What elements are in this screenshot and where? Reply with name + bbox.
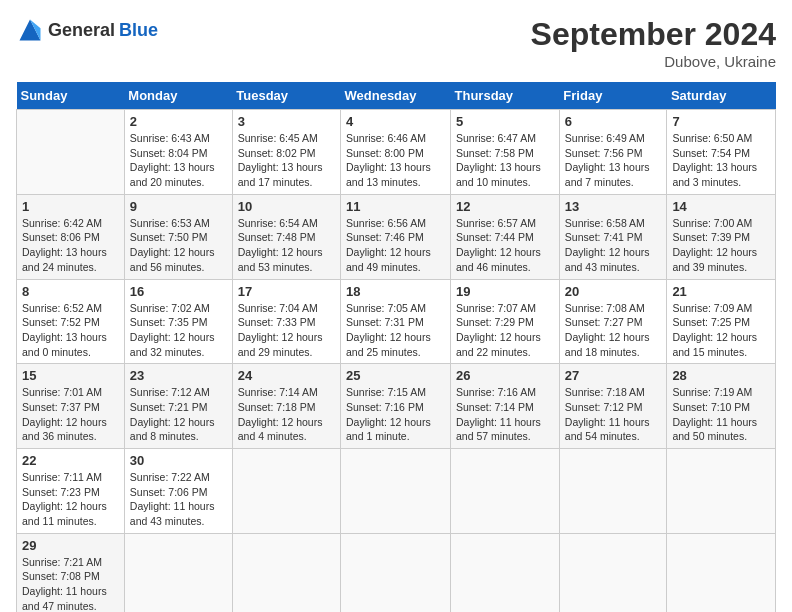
day-info: Sunrise: 6:58 AMSunset: 7:41 PMDaylight:… — [565, 216, 662, 275]
day-info: Sunrise: 7:19 AMSunset: 7:10 PMDaylight:… — [672, 385, 770, 444]
calendar-header-row: SundayMondayTuesdayWednesdayThursdayFrid… — [17, 82, 776, 110]
calendar-cell: 20Sunrise: 7:08 AMSunset: 7:27 PMDayligh… — [559, 279, 667, 364]
calendar-cell — [451, 533, 560, 612]
day-info: Sunrise: 7:21 AMSunset: 7:08 PMDaylight:… — [22, 555, 119, 612]
calendar-cell: 25Sunrise: 7:15 AMSunset: 7:16 PMDayligh… — [341, 364, 451, 449]
calendar-cell: 23Sunrise: 7:12 AMSunset: 7:21 PMDayligh… — [124, 364, 232, 449]
calendar-cell: 18Sunrise: 7:05 AMSunset: 7:31 PMDayligh… — [341, 279, 451, 364]
day-number: 25 — [346, 368, 445, 383]
weekday-header: Wednesday — [341, 82, 451, 110]
weekday-header: Saturday — [667, 82, 776, 110]
day-number: 10 — [238, 199, 335, 214]
calendar-cell — [667, 533, 776, 612]
calendar-cell: 2Sunrise: 6:43 AMSunset: 8:04 PMDaylight… — [124, 110, 232, 195]
calendar-cell — [232, 449, 340, 534]
calendar-cell: 10Sunrise: 6:54 AMSunset: 7:48 PMDayligh… — [232, 194, 340, 279]
calendar-cell — [341, 533, 451, 612]
calendar-row: 2Sunrise: 6:43 AMSunset: 8:04 PMDaylight… — [17, 110, 776, 195]
calendar-cell: 5Sunrise: 6:47 AMSunset: 7:58 PMDaylight… — [451, 110, 560, 195]
calendar-cell: 1Sunrise: 6:42 AMSunset: 8:06 PMDaylight… — [17, 194, 125, 279]
day-number: 11 — [346, 199, 445, 214]
logo-icon — [16, 16, 44, 44]
calendar-cell: 9Sunrise: 6:53 AMSunset: 7:50 PMDaylight… — [124, 194, 232, 279]
day-number: 15 — [22, 368, 119, 383]
day-info: Sunrise: 7:15 AMSunset: 7:16 PMDaylight:… — [346, 385, 445, 444]
day-info: Sunrise: 6:42 AMSunset: 8:06 PMDaylight:… — [22, 216, 119, 275]
calendar-cell — [559, 449, 667, 534]
calendar-cell: 4Sunrise: 6:46 AMSunset: 8:00 PMDaylight… — [341, 110, 451, 195]
calendar-cell: 6Sunrise: 6:49 AMSunset: 7:56 PMDaylight… — [559, 110, 667, 195]
calendar-cell: 14Sunrise: 7:00 AMSunset: 7:39 PMDayligh… — [667, 194, 776, 279]
day-number: 8 — [22, 284, 119, 299]
day-number: 7 — [672, 114, 770, 129]
day-info: Sunrise: 7:00 AMSunset: 7:39 PMDaylight:… — [672, 216, 770, 275]
day-number: 21 — [672, 284, 770, 299]
day-number: 16 — [130, 284, 227, 299]
calendar-cell: 15Sunrise: 7:01 AMSunset: 7:37 PMDayligh… — [17, 364, 125, 449]
calendar-cell — [667, 449, 776, 534]
day-number: 28 — [672, 368, 770, 383]
calendar-cell: 28Sunrise: 7:19 AMSunset: 7:10 PMDayligh… — [667, 364, 776, 449]
day-number: 23 — [130, 368, 227, 383]
calendar-cell: 19Sunrise: 7:07 AMSunset: 7:29 PMDayligh… — [451, 279, 560, 364]
calendar-cell — [17, 110, 125, 195]
day-info: Sunrise: 7:05 AMSunset: 7:31 PMDaylight:… — [346, 301, 445, 360]
month-title: September 2024 — [531, 16, 776, 53]
calendar-cell: 3Sunrise: 6:45 AMSunset: 8:02 PMDaylight… — [232, 110, 340, 195]
calendar-cell: 30Sunrise: 7:22 AMSunset: 7:06 PMDayligh… — [124, 449, 232, 534]
day-info: Sunrise: 7:02 AMSunset: 7:35 PMDaylight:… — [130, 301, 227, 360]
calendar-cell: 7Sunrise: 6:50 AMSunset: 7:54 PMDaylight… — [667, 110, 776, 195]
day-number: 30 — [130, 453, 227, 468]
day-number: 9 — [130, 199, 227, 214]
weekday-header: Monday — [124, 82, 232, 110]
calendar-row: 8Sunrise: 6:52 AMSunset: 7:52 PMDaylight… — [17, 279, 776, 364]
calendar-cell: 29Sunrise: 7:21 AMSunset: 7:08 PMDayligh… — [17, 533, 125, 612]
day-info: Sunrise: 7:16 AMSunset: 7:14 PMDaylight:… — [456, 385, 554, 444]
day-info: Sunrise: 7:09 AMSunset: 7:25 PMDaylight:… — [672, 301, 770, 360]
day-info: Sunrise: 7:18 AMSunset: 7:12 PMDaylight:… — [565, 385, 662, 444]
calendar-cell: 17Sunrise: 7:04 AMSunset: 7:33 PMDayligh… — [232, 279, 340, 364]
calendar-cell: 21Sunrise: 7:09 AMSunset: 7:25 PMDayligh… — [667, 279, 776, 364]
logo-blue: Blue — [119, 20, 158, 41]
location-title: Dubove, Ukraine — [531, 53, 776, 70]
day-info: Sunrise: 6:45 AMSunset: 8:02 PMDaylight:… — [238, 131, 335, 190]
calendar-row: 1Sunrise: 6:42 AMSunset: 8:06 PMDaylight… — [17, 194, 776, 279]
day-info: Sunrise: 6:50 AMSunset: 7:54 PMDaylight:… — [672, 131, 770, 190]
day-info: Sunrise: 7:12 AMSunset: 7:21 PMDaylight:… — [130, 385, 227, 444]
day-number: 5 — [456, 114, 554, 129]
page-header: GeneralBlue September 2024 Dubove, Ukrai… — [16, 16, 776, 70]
day-number: 1 — [22, 199, 119, 214]
calendar-cell: 11Sunrise: 6:56 AMSunset: 7:46 PMDayligh… — [341, 194, 451, 279]
day-number: 22 — [22, 453, 119, 468]
day-info: Sunrise: 7:11 AMSunset: 7:23 PMDaylight:… — [22, 470, 119, 529]
day-info: Sunrise: 6:57 AMSunset: 7:44 PMDaylight:… — [456, 216, 554, 275]
calendar-cell — [232, 533, 340, 612]
calendar-cell: 24Sunrise: 7:14 AMSunset: 7:18 PMDayligh… — [232, 364, 340, 449]
title-block: September 2024 Dubove, Ukraine — [531, 16, 776, 70]
logo-general: General — [48, 20, 115, 41]
logo: GeneralBlue — [16, 16, 158, 44]
calendar-cell — [559, 533, 667, 612]
day-info: Sunrise: 6:43 AMSunset: 8:04 PMDaylight:… — [130, 131, 227, 190]
day-number: 12 — [456, 199, 554, 214]
day-info: Sunrise: 6:47 AMSunset: 7:58 PMDaylight:… — [456, 131, 554, 190]
calendar-cell: 27Sunrise: 7:18 AMSunset: 7:12 PMDayligh… — [559, 364, 667, 449]
day-info: Sunrise: 6:49 AMSunset: 7:56 PMDaylight:… — [565, 131, 662, 190]
day-info: Sunrise: 6:54 AMSunset: 7:48 PMDaylight:… — [238, 216, 335, 275]
calendar-row: 22Sunrise: 7:11 AMSunset: 7:23 PMDayligh… — [17, 449, 776, 534]
calendar-cell: 13Sunrise: 6:58 AMSunset: 7:41 PMDayligh… — [559, 194, 667, 279]
day-info: Sunrise: 7:22 AMSunset: 7:06 PMDaylight:… — [130, 470, 227, 529]
calendar-row: 29Sunrise: 7:21 AMSunset: 7:08 PMDayligh… — [17, 533, 776, 612]
day-number: 4 — [346, 114, 445, 129]
day-info: Sunrise: 7:14 AMSunset: 7:18 PMDaylight:… — [238, 385, 335, 444]
day-info: Sunrise: 6:46 AMSunset: 8:00 PMDaylight:… — [346, 131, 445, 190]
day-number: 29 — [22, 538, 119, 553]
day-number: 3 — [238, 114, 335, 129]
calendar-cell — [341, 449, 451, 534]
day-number: 17 — [238, 284, 335, 299]
day-info: Sunrise: 7:04 AMSunset: 7:33 PMDaylight:… — [238, 301, 335, 360]
day-number: 19 — [456, 284, 554, 299]
calendar-cell — [451, 449, 560, 534]
day-number: 2 — [130, 114, 227, 129]
day-number: 14 — [672, 199, 770, 214]
